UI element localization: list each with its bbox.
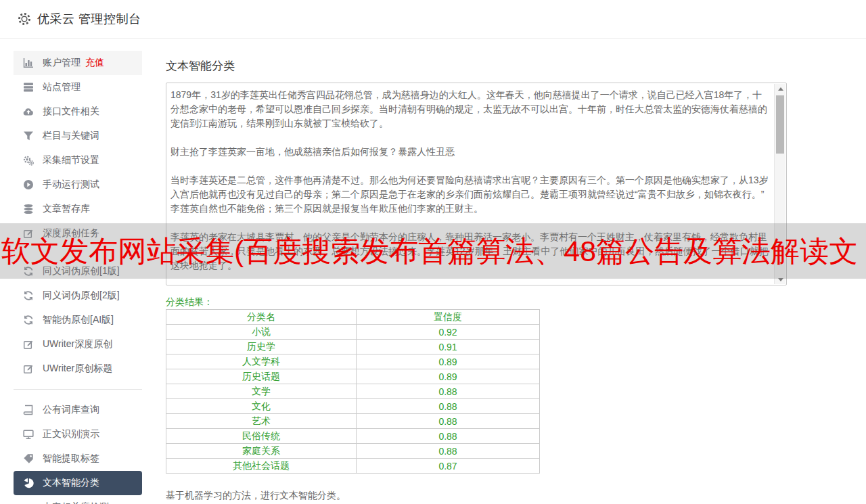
sidebar-item-label: UWriter深度原创: [43, 338, 112, 350]
tag-icon: [23, 453, 34, 464]
table-cell: 小说: [166, 325, 357, 340]
top-header: 优采云 管理控制台: [0, 0, 866, 39]
gear-icon: [17, 12, 32, 26]
sidebar-item-label: UWriter原创标题: [43, 363, 112, 375]
sidebar-item-9[interactable]: 同义词伪原创[2版]: [14, 283, 142, 308]
app-window: 优采云 管理控制台 账户管理充值站点管理接口文件相关栏目与关键词采集细节设置手动…: [0, 0, 866, 504]
pie-chart-icon: [23, 478, 34, 488]
table-cell: 0.88: [357, 444, 540, 459]
table-header-cell: 分类名: [166, 310, 357, 325]
table-row: 小说0.92: [166, 325, 540, 340]
sidebar-item-5[interactable]: 手动运行测试: [14, 173, 142, 197]
table-cell: 艺术: [166, 414, 357, 429]
gears-icon: [23, 155, 34, 166]
app-title: 优采云 管理控制台: [37, 11, 141, 27]
watermark-text: 软文发布网站采集(百度搜索发布首篇算法、48篇公告及算法解读文: [1, 233, 858, 269]
result-label: 分类结果：: [166, 296, 213, 308]
table-cell: 人文学科: [166, 354, 357, 369]
sidebar-item-0[interactable]: 账户管理充值: [14, 51, 142, 75]
sidebar-item-label: 智能提取标签: [43, 453, 99, 465]
refresh-icon: [23, 290, 34, 301]
table-row: 其他社会话题0.87: [166, 459, 540, 474]
triangle-up-icon: [778, 87, 783, 91]
table-row: 人文学科0.89: [166, 354, 540, 369]
table-cell: 民俗传统: [166, 429, 357, 444]
article-paragraph: 财主抢了李莲英家一亩地，他成慈禧亲信后如何报复？暴露人性丑恶: [170, 145, 770, 159]
table-row: 历史学0.91: [166, 340, 540, 354]
edit-icon: [23, 363, 34, 374]
table-row: 文化0.88: [166, 399, 540, 414]
server-icon: [23, 82, 34, 93]
table-cell: 家庭关系: [166, 444, 357, 459]
sidebar-item-18[interactable]: 内容相关度检测: [14, 495, 142, 504]
sidebar-item-label: 文章暂存库: [43, 203, 90, 215]
table-cell: 文学: [166, 384, 357, 399]
sidebar-item-12[interactable]: UWriter原创标题: [14, 357, 142, 381]
article-paragraph: 1879年，31岁的李莲英出任储秀宫四品花翎总管，成为慈禧身边的大红人。这年春天…: [170, 88, 770, 131]
sidebar-item-label: 接口文件相关: [43, 106, 99, 118]
table-cell: 0.89: [357, 369, 540, 384]
sidebar-item-17[interactable]: 文本智能分类: [14, 471, 142, 495]
table-cell: 0.88: [357, 399, 540, 414]
sidebar-item-label: 内容相关度检测: [43, 501, 109, 504]
table-row: 文学0.88: [166, 384, 540, 399]
sidebar-item-label: 同义词伪原创[2版]: [43, 290, 120, 302]
table-cell: 0.87: [357, 459, 540, 474]
database-icon: [23, 204, 34, 214]
sidebar-item-label: 账户管理: [43, 57, 81, 69]
sidebar-item-15[interactable]: 正文识别演示: [14, 422, 142, 446]
table-row: 家庭关系0.88: [166, 444, 540, 459]
sidebar-item-label: 正文识别演示: [43, 428, 99, 440]
table-cell: 文化: [166, 399, 357, 414]
sidebar-item-11[interactable]: UWriter深度原创: [14, 332, 142, 357]
sidebar-item-label: 采集细节设置: [43, 154, 99, 166]
monitor-icon: [23, 429, 34, 440]
sidebar-item-label: 站点管理: [43, 81, 81, 93]
sidebar-item-6[interactable]: 文章暂存库: [14, 197, 142, 221]
table-row: 艺术0.88: [166, 414, 540, 429]
sidebar-item-label: 文本智能分类: [43, 477, 99, 489]
scrollbar-thumb[interactable]: [776, 95, 784, 154]
sidebar-item-10[interactable]: 智能伪原创[AI版]: [14, 308, 142, 332]
table-cell: 0.91: [357, 340, 540, 354]
sidebar-item-3[interactable]: 栏目与关键词: [14, 124, 142, 148]
table-cell: 0.89: [357, 354, 540, 369]
table-header-row: 分类名置信度: [166, 310, 540, 325]
sidebar-item-label: 栏目与关键词: [43, 130, 99, 142]
cloud-upload-icon: [23, 106, 34, 117]
recharge-link[interactable]: 充值: [85, 57, 104, 69]
table-cell: 0.92: [357, 325, 540, 340]
sidebar-item-2[interactable]: 接口文件相关: [14, 99, 142, 124]
table-cell: 0.88: [357, 384, 540, 399]
sidebar-item-label: 公有词库查询: [43, 404, 99, 416]
table-header-cell: 置信度: [357, 310, 540, 325]
sidebar-item-label: 智能伪原创[AI版]: [43, 314, 114, 326]
table-cell: 历史话题: [166, 369, 357, 384]
page-title: 文本智能分类: [166, 58, 235, 74]
article-paragraph: 当时李莲英还是二总管，这件事他再清楚不过。那么他为何还要冒险向慈禧请求出宫呢？主…: [170, 173, 770, 216]
play-icon: [23, 179, 34, 190]
sidebar-divider: [14, 389, 142, 390]
sidebar-item-16[interactable]: 智能提取标签: [14, 446, 142, 471]
classification-table: 分类名置信度 小说0.92历史学0.91人文学科0.89历史话题0.89文学0.…: [166, 309, 540, 474]
sidebar-item-4[interactable]: 采集细节设置: [14, 148, 142, 173]
sidebar-item-14[interactable]: 公有词库查询: [14, 398, 142, 422]
bar-chart-icon: [23, 58, 34, 68]
sidebar-item-1[interactable]: 站点管理: [14, 75, 142, 99]
table-row: 民俗传统0.88: [166, 429, 540, 444]
table-cell: 0.88: [357, 429, 540, 444]
edit-icon: [23, 339, 34, 350]
table-cell: 其他社会话题: [166, 459, 357, 474]
filter-icon: [23, 131, 34, 141]
table-cell: 历史学: [166, 340, 357, 354]
refresh-icon: [23, 315, 34, 325]
table-cell: 0.88: [357, 414, 540, 429]
sidebar-item-label: 手动运行测试: [43, 179, 99, 191]
table-row: 历史话题0.89: [166, 369, 540, 384]
scroll-up-button[interactable]: [775, 84, 786, 93]
book-icon: [23, 405, 34, 415]
footer-note: 基于机器学习的方法，进行文本智能分类。: [166, 490, 346, 502]
